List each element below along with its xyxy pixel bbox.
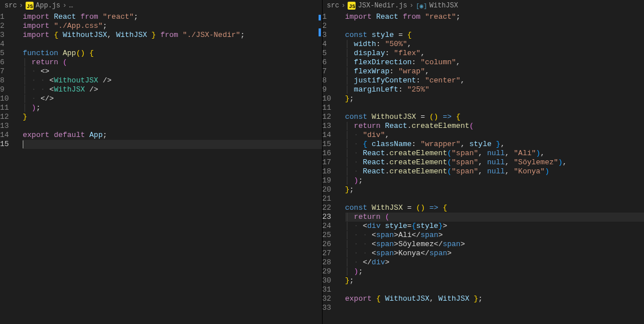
token: from: [403, 13, 420, 22]
line-number: 26: [323, 240, 340, 249]
token: return: [32, 58, 59, 67]
token: [58, 58, 63, 67]
code-line[interactable]: │ · · <span>Konya</span>: [345, 249, 645, 258]
code-line[interactable]: [345, 285, 645, 294]
line-number: 13: [0, 122, 17, 131]
code-line[interactable]: [345, 304, 645, 313]
token: [98, 13, 103, 22]
code-line[interactable]: │ · React.createElement("span", null, "A…: [345, 149, 645, 158]
code-line[interactable]: [345, 103, 645, 113]
code-line[interactable]: │ · · <span>Ali</span>: [345, 231, 645, 240]
token: [371, 13, 376, 22]
token: =: [416, 113, 429, 122]
code-line[interactable]: import React from "react";: [345, 13, 645, 22]
token: }: [23, 113, 27, 122]
token: WithoutJSX: [385, 294, 430, 304]
code-area[interactable]: import React from "react";const style = …: [345, 11, 645, 324]
code-line[interactable]: │ · React.createElement("span", null, "S…: [345, 158, 645, 167]
code-line[interactable]: import "./App.css";: [23, 22, 322, 31]
code-line[interactable]: │ return (: [345, 213, 645, 222]
code-line[interactable]: │ · { className: "wrapper", style },: [345, 140, 645, 149]
code-line[interactable]: │ justifyContent: "center",: [345, 76, 645, 85]
code-line[interactable]: │ · </>: [23, 94, 322, 103]
code-line[interactable]: function App() {: [23, 49, 322, 58]
token: React: [54, 13, 76, 22]
token: </: [363, 258, 372, 267]
breadcrumb-root[interactable]: src: [327, 2, 340, 10]
code-line[interactable]: const style = {: [345, 31, 645, 40]
token: ;: [36, 103, 40, 113]
code-area[interactable]: import React from "react";import "./App.…: [23, 11, 322, 324]
breadcrumb-rest[interactable]: …: [69, 2, 73, 10]
code-line[interactable]: import { WithoutJSX, WithJSX } from "./J…: [23, 31, 322, 40]
code-line[interactable]: │ · · <span>Söylemez</span>: [345, 240, 645, 249]
token: export: [345, 294, 372, 304]
code-line[interactable]: │ marginLeft: "25%": [345, 85, 645, 94]
code-line[interactable]: │ · · <WithJSX />: [23, 85, 322, 94]
token: ;: [240, 31, 245, 40]
breadcrumb-symbol[interactable]: WithJSX: [430, 2, 458, 10]
token: ,: [385, 131, 390, 140]
code-line[interactable]: };: [345, 185, 645, 194]
code-line[interactable]: │ );: [23, 103, 322, 113]
code-line[interactable]: │ );: [345, 176, 645, 185]
code-line[interactable]: [23, 40, 322, 49]
code-line[interactable]: │ return React.createElement(: [345, 122, 645, 131]
token: div: [368, 222, 381, 231]
code-line[interactable]: export default App;: [23, 131, 322, 140]
breadcrumb-file[interactable]: App.js: [36, 2, 60, 10]
token: display: [354, 49, 385, 58]
token: (: [469, 122, 474, 131]
code-line[interactable]: │ width: "50%",: [345, 40, 645, 49]
overview-ruler[interactable]: [315, 11, 322, 324]
line-number: 10: [0, 94, 17, 103]
code-line[interactable]: │ flexWrap: "wrap",: [345, 67, 645, 76]
token: │: [23, 58, 32, 67]
token: .: [385, 149, 390, 158]
token: import: [23, 31, 49, 40]
token: {: [456, 113, 461, 122]
token: │ ·: [345, 131, 363, 140]
code-line[interactable]: │ );: [345, 267, 645, 276]
token: <: [49, 85, 54, 94]
code-line[interactable]: }: [23, 113, 322, 122]
code-line[interactable]: │ · <div style={style}>: [345, 222, 645, 231]
code-line[interactable]: │ flexDirection: "column",: [345, 58, 645, 67]
code-line[interactable]: [345, 194, 645, 203]
code-line[interactable]: │ · React.createElement("span", null, "K…: [345, 167, 645, 176]
code-line[interactable]: };: [345, 94, 645, 103]
code-line[interactable]: [23, 140, 322, 149]
token: span: [443, 240, 460, 249]
breadcrumb-file[interactable]: JSX-Nedir.js: [358, 2, 407, 10]
token: "Konya": [514, 167, 545, 176]
code-line[interactable]: };: [345, 276, 645, 285]
code-line[interactable]: import React from "react";: [23, 13, 322, 22]
token: ,: [478, 158, 488, 167]
code-line[interactable]: │ display: "flex",: [345, 49, 645, 58]
code-line[interactable]: │ · "div",: [345, 131, 645, 140]
breadcrumb-root[interactable]: src: [5, 2, 17, 10]
code-line[interactable]: │ · · <WithoutJSX />: [23, 76, 322, 85]
code-line[interactable]: │ return (: [23, 58, 322, 67]
token: "center": [425, 76, 460, 85]
token: >: [460, 240, 465, 249]
code-line[interactable]: [345, 22, 645, 31]
token: createElement: [390, 158, 447, 167]
line-number: 2: [0, 22, 17, 31]
code-line[interactable]: │ · </div>: [345, 258, 645, 267]
token: ;: [102, 131, 107, 140]
breadcrumb[interactable]: src › JS App.js › …: [0, 0, 322, 11]
code-line[interactable]: const WithJSX = () => {: [345, 203, 645, 213]
chevron-right-icon: ›: [410, 2, 414, 10]
breadcrumb[interactable]: src › JS JSX-Nedir.js › [◉] WithJSX: [323, 0, 645, 11]
token: >: [438, 231, 443, 240]
line-number: 4: [0, 40, 17, 49]
code-line[interactable]: export { WithoutJSX, WithJSX };: [345, 294, 645, 304]
line-number: 24: [323, 222, 340, 231]
code-line[interactable]: const WithoutJSX = () => {: [345, 113, 645, 122]
editor-body-left[interactable]: 123456789101112131415 import React from …: [0, 11, 322, 324]
code-line[interactable]: [23, 122, 322, 131]
token: className: [371, 140, 411, 149]
editor-body-right[interactable]: 1234567891011121314151617181920212223242…: [323, 11, 645, 324]
code-line[interactable]: │ · <>: [23, 67, 322, 76]
